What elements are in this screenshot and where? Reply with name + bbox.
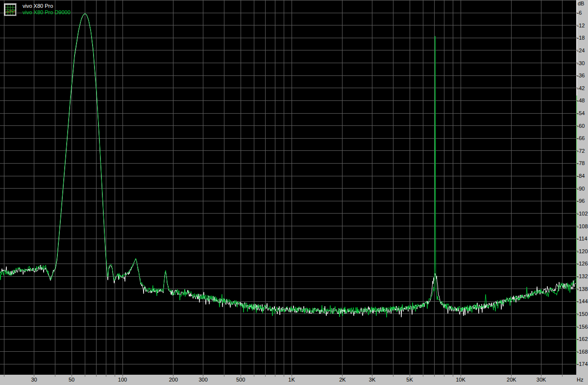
spectrum-grid-icon-button[interactable] xyxy=(4,3,17,16)
x-tick-label: 50 xyxy=(69,377,74,383)
y-tick-label: -162 xyxy=(577,336,588,342)
spectrum-analyzer-window: 30501002003005001K2K3K5K10K20K30KHzdB-6-… xyxy=(0,0,588,385)
x-tick-label: 300 xyxy=(198,377,207,383)
legend-series-1-label: vivo X80 Pro xyxy=(23,3,71,9)
y-tick-label: -78 xyxy=(577,160,585,166)
y-tick-label: -30 xyxy=(577,60,585,66)
plot-background xyxy=(0,0,576,375)
y-tick-label: -18 xyxy=(577,35,585,41)
y-tick-label: -90 xyxy=(577,186,585,192)
y-tick-label: -174 xyxy=(577,361,588,367)
y-tick-label: -120 xyxy=(577,248,588,254)
y-tick-label: -36 xyxy=(577,72,585,78)
y-tick-label: -6 xyxy=(577,10,582,16)
y-tick-label: -114 xyxy=(577,236,588,241)
y-tick-label: -126 xyxy=(577,261,588,266)
y-tick-label: -132 xyxy=(577,273,588,279)
y-tick-label: -108 xyxy=(577,223,588,229)
x-tick-label: 3K xyxy=(369,377,376,383)
y-tick-label: -102 xyxy=(577,211,588,217)
spectrum-plot: 30501002003005001K2K3K5K10K20K30KHzdB-6-… xyxy=(0,0,588,385)
y-tick-label: -66 xyxy=(577,135,585,141)
y-tick-label: -150 xyxy=(577,311,588,317)
y-tick-label: -12 xyxy=(577,23,585,28)
legend-labels: vivo X80 Pro vivo X80 Pro D9000 xyxy=(23,3,71,16)
y-tick-label: -84 xyxy=(577,173,585,179)
x-tick-label: 20K xyxy=(507,377,516,383)
y-tick-label: -156 xyxy=(577,324,588,330)
y-tick-label: -54 xyxy=(577,110,585,116)
x-tick-label: 2K xyxy=(339,377,346,383)
y-tick-label: -48 xyxy=(577,97,585,103)
y-tick-label: -144 xyxy=(577,298,588,304)
x-tick-label: 1K xyxy=(288,377,295,383)
x-tick-label: 30K xyxy=(537,377,546,383)
legend: vivo X80 Pro vivo X80 Pro D9000 xyxy=(4,3,71,16)
x-tick-label: 5K xyxy=(406,377,413,383)
y-tick-label: -42 xyxy=(577,85,585,91)
y-tick-label: -138 xyxy=(577,286,588,292)
x-tick-label: 100 xyxy=(118,377,127,383)
x-axis-unit-label: Hz xyxy=(577,377,583,383)
x-tick-label: 30 xyxy=(31,377,37,383)
y-axis-unit-label: dB xyxy=(578,0,584,6)
x-tick-label: 10K xyxy=(456,377,466,383)
y-tick-label: -60 xyxy=(577,123,585,129)
legend-series-2-label: vivo X80 Pro D9000 xyxy=(23,9,71,16)
y-tick-label: -72 xyxy=(577,148,585,154)
x-tick-label: 500 xyxy=(236,377,245,383)
x-tick-label: 200 xyxy=(169,377,178,383)
y-tick-label: -96 xyxy=(577,198,585,204)
y-tick-label: -168 xyxy=(577,349,588,355)
mini-spectrum-icon xyxy=(5,5,15,15)
y-tick-label: -24 xyxy=(577,48,585,53)
